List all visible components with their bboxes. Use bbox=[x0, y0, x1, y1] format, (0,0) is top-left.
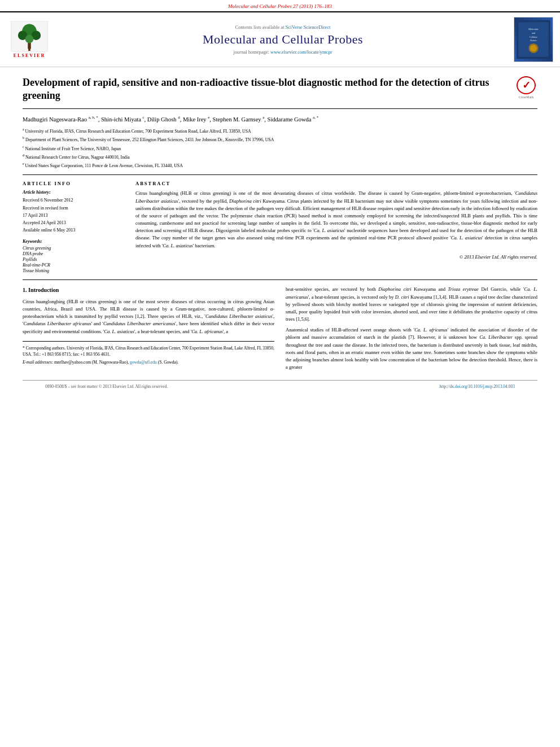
article-title: Development of rapid, sensitive and non-… bbox=[23, 76, 509, 103]
footer-bar: 0890-8508/$ – see front matter © 2013 El… bbox=[23, 380, 537, 392]
body-col-right: heat-sensitive species, are vectored by … bbox=[286, 286, 537, 374]
body-col-left: 1. Introduction Citrus huanglongbing (HL… bbox=[23, 286, 274, 374]
svg-text:Cellular: Cellular bbox=[530, 36, 537, 38]
journal-main-title: Molecular and Cellular Probes bbox=[58, 32, 508, 47]
journal-homepage: journal homepage: www.elsevier.com/locat… bbox=[58, 49, 508, 55]
svg-point-6 bbox=[28, 46, 31, 49]
svg-text:and: and bbox=[532, 32, 536, 34]
affiliation-b: b Department of Plant Sciences, The Univ… bbox=[23, 136, 537, 143]
keyword-3: Psyllids bbox=[23, 257, 124, 262]
abstract-section: ABSTRACT Citrus huanglongbing (HLB or ci… bbox=[135, 181, 537, 274]
article-history-label: Article history: bbox=[23, 190, 124, 195]
intro-paragraph-3: Anatomical studies of HLB-affected sweet… bbox=[286, 326, 537, 371]
svg-point-5 bbox=[25, 35, 34, 43]
footnote-email: E-mail addresses: mnrlhav@yahoo.com (M. … bbox=[23, 359, 274, 365]
journal-homepage-link[interactable]: www.elsevier.com/locate/ymcpr bbox=[270, 49, 332, 55]
elsevier-tree-icon bbox=[10, 21, 49, 52]
email-link[interactable]: gowda@ufl.edu bbox=[130, 360, 157, 365]
footer-doi-link[interactable]: http://dx.doi.org/10.1016/j.mcp.2013.04.… bbox=[440, 384, 515, 389]
crossmark-text: CrossMark bbox=[519, 95, 534, 99]
abstract-text: Citrus huanglongbing (HLB or citrus gree… bbox=[135, 190, 537, 249]
crossmark-circle: ✓ bbox=[517, 76, 536, 94]
journal-cover-image: Molecular and Cellular Probes bbox=[514, 17, 553, 62]
footer-issn: 0890-8508/$ – see front matter © 2013 El… bbox=[45, 384, 168, 389]
sciverse-line: Contents lists available at SciVerse Sci… bbox=[58, 24, 508, 30]
accepted-date: Accepted 24 April 2013 bbox=[23, 220, 124, 226]
affiliation-a: a University of Florida, IFAS, Citrus Re… bbox=[23, 127, 537, 134]
svg-text:Molecular: Molecular bbox=[528, 28, 539, 30]
received-revised-label: Received in revised form bbox=[23, 205, 124, 211]
abstract-header: ABSTRACT bbox=[135, 181, 537, 186]
received-date: Received 6 November 2012 bbox=[23, 197, 124, 203]
keyword-5: Tissue blotting bbox=[23, 268, 124, 273]
affiliation-c: c National Institute of Fruit Tree Scien… bbox=[23, 145, 537, 152]
crossmark-badge[interactable]: ✓ CrossMark bbox=[515, 76, 537, 99]
svg-point-15 bbox=[530, 45, 537, 51]
article-title-section: Development of rapid, sensitive and non-… bbox=[23, 76, 537, 109]
affiliation-e: e United States Sugar Corporation, 111 P… bbox=[23, 161, 537, 169]
article-info-header: ARTICLE INFO bbox=[23, 181, 124, 186]
received-revised-date: 17 April 2013 bbox=[23, 212, 124, 219]
keywords-section: Keywords: Citrus greening DNA probe Psyl… bbox=[23, 239, 124, 273]
svg-text:Probes: Probes bbox=[530, 39, 537, 42]
cover-image-icon: Molecular and Cellular Probes bbox=[517, 17, 550, 62]
keyword-4: Real-time-PCR bbox=[23, 263, 124, 268]
journal-header: Molecular and Cellular Probes 27 (2013) … bbox=[0, 0, 560, 11]
keyword-2: DNA probe bbox=[23, 251, 124, 256]
affiliation-d: d National Research Center for Citrus, N… bbox=[23, 153, 537, 160]
article-info-panel: ARTICLE INFO Article history: Received 6… bbox=[23, 181, 124, 274]
available-date: Available online 6 May 2013 bbox=[23, 227, 124, 233]
keywords-label: Keywords: bbox=[23, 239, 124, 244]
elsevier-label: ELSEVIER bbox=[14, 53, 45, 58]
article-info-abstract: ARTICLE INFO Article history: Received 6… bbox=[23, 181, 537, 274]
svg-rect-7 bbox=[28, 48, 30, 51]
body-columns: 1. Introduction Citrus huanglongbing (HL… bbox=[23, 286, 537, 374]
intro-paragraph-1: Citrus huanglongbing (HLB or citrus gree… bbox=[23, 298, 274, 335]
sciverse-link[interactable]: SciVerse ScienceDirect bbox=[286, 24, 331, 30]
affiliations: a University of Florida, IFAS, Citrus Re… bbox=[23, 127, 537, 169]
introduction-title: 1. Introduction bbox=[23, 286, 274, 295]
top-banner: ELSEVIER Contents lists available at Sci… bbox=[0, 11, 560, 67]
footnotes: * Corresponding authors. University of F… bbox=[23, 341, 274, 366]
authors-line: Madhugiri Nageswara-Rao a, b, *, Shin-ic… bbox=[23, 115, 537, 124]
crossmark-icon: ✓ bbox=[522, 80, 531, 90]
journal-title-block: Contents lists available at SciVerse Sci… bbox=[58, 24, 508, 55]
elsevier-logo: ELSEVIER bbox=[7, 21, 52, 58]
divider-2 bbox=[23, 279, 537, 280]
divider-1 bbox=[23, 174, 537, 175]
footnote-corresponding: * Corresponding authors. University of F… bbox=[23, 345, 274, 358]
copyright-line: © 2013 Elsevier Ltd. All rights reserved… bbox=[135, 254, 537, 260]
intro-paragraph-2: heat-sensitive species, are vectored by … bbox=[286, 286, 537, 323]
keyword-1: Citrus greening bbox=[23, 246, 124, 251]
main-content: Development of rapid, sensitive and non-… bbox=[0, 67, 560, 401]
